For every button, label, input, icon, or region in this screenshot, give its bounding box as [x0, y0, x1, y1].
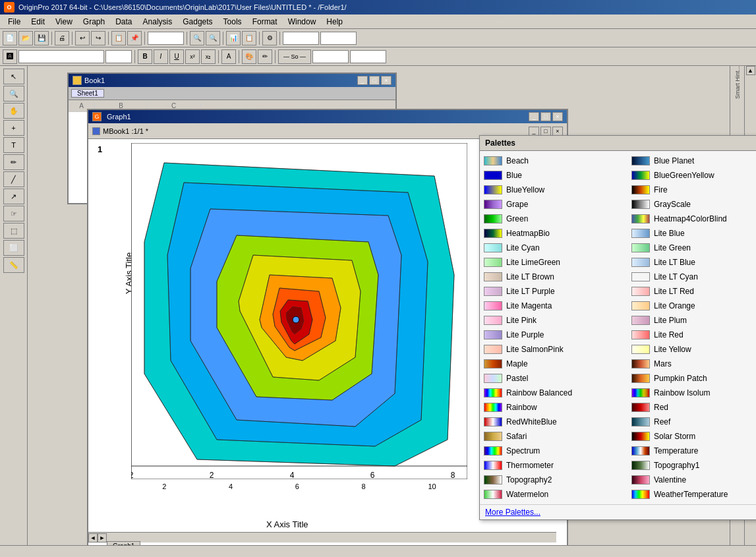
- tool-zoom[interactable]: 🔍: [3, 86, 24, 102]
- menu-help[interactable]: Help: [321, 16, 348, 28]
- graph-minimize[interactable]: _: [529, 112, 539, 121]
- h-scrollbar[interactable]: ◄ ►: [88, 532, 556, 542]
- tool-line[interactable]: ╱: [3, 171, 24, 187]
- palette-item-right-3[interactable]: GrayScale: [627, 197, 756, 212]
- palette-item-left-20[interactable]: Spectrum: [480, 444, 627, 458]
- new-btn[interactable]: 📄: [3, 31, 17, 45]
- zoom-out-btn[interactable]: 🔍: [206, 31, 220, 45]
- palette-item-right-16[interactable]: Rainbow Isolum: [627, 386, 756, 400]
- tool-text[interactable]: T: [3, 137, 24, 153]
- palette-item-left-8[interactable]: Lite LT Brown: [480, 270, 627, 284]
- palette-item-right-20[interactable]: Temperature: [627, 444, 756, 458]
- menu-gadgets[interactable]: Gadgets: [177, 16, 218, 28]
- palette-item-left-3[interactable]: Grape: [480, 197, 627, 212]
- matrix-maximize[interactable]: □: [540, 127, 551, 136]
- palette-item-right-19[interactable]: Solar Storm: [627, 429, 756, 444]
- copy-btn[interactable]: 📋: [111, 31, 126, 45]
- palette-item-left-23[interactable]: Watermelon: [480, 487, 627, 502]
- palette-item-right-23[interactable]: WeatherTemperature: [627, 487, 756, 502]
- palette-item-left-16[interactable]: Rainbow Balanced: [480, 386, 627, 400]
- palette-item-right-12[interactable]: Lite Red: [627, 328, 756, 342]
- palette-item-right-8[interactable]: Lite LT Cyan: [627, 270, 756, 284]
- palette-item-right-10[interactable]: Lite Orange: [627, 299, 756, 313]
- tool-select[interactable]: ⬚: [3, 223, 24, 239]
- print-btn[interactable]: 🖨: [55, 31, 69, 45]
- table-btn[interactable]: 📋: [242, 31, 256, 45]
- palette-item-right-17[interactable]: Red: [627, 400, 756, 415]
- palette-item-left-6[interactable]: Lite Cyan: [480, 241, 627, 255]
- paste-btn[interactable]: 📌: [127, 31, 142, 45]
- palette-item-right-6[interactable]: Lite Green: [627, 241, 756, 255]
- menu-edit[interactable]: Edit: [26, 16, 50, 28]
- menu-window[interactable]: Window: [283, 16, 322, 28]
- graph-close[interactable]: ×: [552, 112, 563, 121]
- palette-item-left-22[interactable]: Topography2: [480, 473, 627, 487]
- open-btn[interactable]: 📂: [18, 31, 33, 45]
- palette-item-right-18[interactable]: Reef: [627, 415, 756, 429]
- menu-data[interactable]: Data: [110, 16, 137, 28]
- matrix-close[interactable]: ×: [552, 127, 563, 136]
- palette-item-left-13[interactable]: Lite SalmonPink: [480, 342, 627, 357]
- extra-input[interactable]: 0: [350, 50, 386, 63]
- palette-item-right-15[interactable]: Pumpkin Patch: [627, 371, 756, 386]
- palette-item-left-7[interactable]: Lite LimeGreen: [480, 255, 627, 270]
- palette-item-left-9[interactable]: Lite LT Purple: [480, 284, 627, 299]
- tool-region[interactable]: ⬜: [3, 240, 24, 256]
- redo-btn[interactable]: ↪: [91, 31, 105, 45]
- underline-btn[interactable]: U: [169, 49, 184, 64]
- palette-item-left-21[interactable]: Thermometer: [480, 458, 627, 473]
- palette-item-right-2[interactable]: Fire: [627, 183, 756, 197]
- palette-item-right-9[interactable]: Lite LT Red: [627, 284, 756, 299]
- bold-btn[interactable]: B: [138, 49, 152, 64]
- menu-analysis[interactable]: Analysis: [138, 16, 178, 28]
- font-size-input[interactable]: 0: [105, 50, 132, 63]
- font-name-input[interactable]: Default: Arial: [18, 50, 104, 63]
- menu-file[interactable]: File: [3, 16, 26, 28]
- palette-item-left-14[interactable]: Maple: [480, 357, 627, 371]
- palette-item-right-13[interactable]: Lite Yellow: [627, 342, 756, 357]
- palette-item-right-5[interactable]: Lite Blue: [627, 226, 756, 241]
- scroll-right[interactable]: ►: [98, 533, 107, 542]
- tool-pointer2[interactable]: ↗: [3, 189, 24, 204]
- more-palettes-link[interactable]: More Palettes...: [480, 504, 756, 519]
- palette-item-right-1[interactable]: BlueGreenYellow: [627, 168, 756, 183]
- palette-item-right-21[interactable]: Topography1: [627, 458, 756, 473]
- book-close[interactable]: ×: [381, 76, 392, 85]
- palette-item-left-4[interactable]: Green: [480, 212, 627, 226]
- palette-item-left-1[interactable]: Blue: [480, 168, 627, 183]
- line-width-input[interactable]: 0: [312, 50, 349, 63]
- palette-item-right-22[interactable]: Valentine: [627, 473, 756, 487]
- palette-item-left-5[interactable]: HeatmapBio: [480, 226, 627, 241]
- palette-item-left-12[interactable]: Lite Purple: [480, 328, 627, 342]
- coord-x[interactable]: 0: [283, 32, 319, 45]
- line-color-btn[interactable]: ✏: [258, 49, 272, 64]
- palette-item-left-15[interactable]: Pastel: [480, 371, 627, 386]
- book-maximize[interactable]: □: [369, 76, 380, 85]
- palette-item-right-11[interactable]: Lite Plum: [627, 313, 756, 328]
- text-color-btn[interactable]: A: [221, 49, 236, 64]
- zoom-in-btn[interactable]: 🔍: [190, 31, 204, 45]
- palette-item-left-18[interactable]: RedWhiteBlue: [480, 415, 627, 429]
- save-btn[interactable]: 💾: [34, 31, 49, 45]
- italic-btn[interactable]: I: [154, 49, 168, 64]
- fmt-btn1[interactable]: 🅰: [3, 49, 17, 64]
- matrix-minimize[interactable]: _: [529, 127, 539, 136]
- palette-item-right-7[interactable]: Lite LT Blue: [627, 255, 756, 270]
- palette-item-left-19[interactable]: Safari: [480, 429, 627, 444]
- tool-arrow[interactable]: ↖: [3, 69, 24, 84]
- book-minimize[interactable]: _: [357, 76, 368, 85]
- menu-format[interactable]: Format: [247, 16, 283, 28]
- palette-item-left-17[interactable]: Rainbow: [480, 400, 627, 415]
- subscript-btn[interactable]: x₂: [201, 49, 216, 64]
- zoom-input[interactable]: 100%: [148, 32, 184, 45]
- palette-item-left-2[interactable]: BlueYellow: [480, 183, 627, 197]
- undo-btn[interactable]: ↩: [75, 31, 90, 45]
- graph-maximize[interactable]: □: [540, 112, 551, 121]
- settings-btn[interactable]: ⚙: [262, 31, 277, 45]
- palette-item-right-0[interactable]: Blue Planet: [627, 154, 756, 168]
- menu-view[interactable]: View: [50, 16, 78, 28]
- superscript-btn[interactable]: x²: [185, 49, 200, 64]
- palette-item-left-11[interactable]: Lite Pink: [480, 313, 627, 328]
- palette-item-left-10[interactable]: Lite Magenta: [480, 299, 627, 313]
- scroll-left[interactable]: ◄: [88, 533, 98, 542]
